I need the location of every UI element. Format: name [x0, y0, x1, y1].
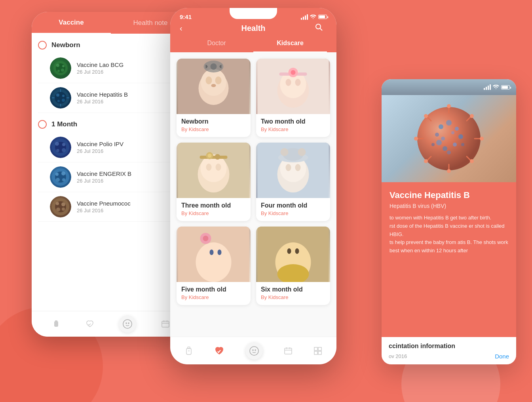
tab-doctor[interactable]: Doctor	[180, 36, 253, 52]
vaccine-hep-info: Vaccine Hepatitis B 26 Jul 2016	[77, 91, 128, 105]
svg-point-3	[62, 65, 65, 67]
svg-point-44	[316, 24, 321, 29]
svg-point-8	[56, 93, 59, 97]
center-title: Health	[192, 24, 315, 33]
done-button[interactable]: Done	[495, 353, 509, 360]
back-button[interactable]: ‹	[180, 24, 192, 33]
center-body: Newborn By Kidscare	[170, 52, 336, 339]
phone-notch	[230, 8, 277, 19]
baby-card-6month-by: By Kidscare	[261, 294, 325, 300]
svg-point-4	[57, 70, 60, 72]
baby-card-4month[interactable]: Four month old By Kidscare	[256, 143, 330, 221]
vaccine-pneumo-name: Vaccine Pneumococ	[77, 200, 131, 207]
svg-point-110	[436, 140, 442, 145]
vaccine-hep-date: 26 Jul 2016	[77, 99, 128, 105]
svg-point-81	[196, 242, 232, 282]
center-footer-bottle[interactable]	[184, 347, 193, 355]
svg-point-49	[206, 76, 212, 84]
svg-point-39	[128, 323, 129, 324]
baby-card-5month[interactable]: Five month old By Kidscare	[177, 227, 251, 305]
baby-card-6month[interactable]: Six month old By Kidscare	[256, 227, 330, 305]
vaccine-item-bcg[interactable]: Vaccine Lao BCG 26 Jul 2016	[38, 53, 184, 83]
svg-point-33	[62, 208, 65, 211]
vaccine-item-pneumo[interactable]: Vaccine Pneumococ 26 Jul 2016	[38, 192, 184, 222]
footer-icon-heart[interactable]	[86, 320, 94, 328]
svg-point-95	[255, 350, 256, 351]
svg-point-20	[56, 149, 59, 152]
svg-rect-100	[314, 347, 317, 351]
baby-card-3month-info: Three month old By Kidscare	[177, 198, 251, 221]
svg-point-111	[453, 143, 457, 147]
baby-card-3month[interactable]: Three month old By Kidscare	[177, 143, 251, 221]
svg-point-53	[211, 63, 217, 70]
right-status-bar	[382, 79, 516, 95]
svg-rect-36	[55, 323, 57, 324]
phone-center: 9:41 ‹ Health	[170, 8, 336, 364]
svg-point-107	[455, 127, 459, 131]
svg-rect-102	[314, 351, 317, 354]
svg-point-85	[203, 236, 209, 241]
left-phone-body: Newborn Va	[32, 34, 190, 222]
baby-card-2month-info: Two month old By Kidscare	[256, 114, 330, 137]
signal-bars	[301, 14, 308, 20]
svg-point-18	[55, 142, 59, 146]
svg-point-48	[201, 69, 226, 96]
svg-point-105	[439, 124, 443, 129]
baby-card-newborn[interactable]: Newborn By Kidscare	[177, 59, 251, 137]
baby-card-5month-by: By Kidscare	[181, 294, 246, 300]
center-footer-calendar[interactable]	[284, 347, 293, 355]
svg-point-21	[62, 148, 66, 152]
svg-point-51	[211, 84, 216, 87]
baby-card-6month-img	[256, 227, 330, 282]
right-vaccine-title: Vaccine Hepatitis B	[390, 190, 508, 200]
center-footer-grid[interactable]	[314, 347, 322, 355]
tab-vaccine[interactable]: Vaccine	[32, 12, 111, 34]
svg-point-31	[61, 202, 65, 206]
svg-point-125	[414, 137, 418, 141]
footer-icon-calendar[interactable]	[161, 320, 170, 328]
right-vaccine-subtitle: Hepatitis B virus (HBV)	[390, 203, 508, 209]
svg-point-83	[218, 250, 222, 255]
section-1month-title: 1 Month	[51, 120, 77, 128]
vaccine-item-engerix[interactable]: Vaccine ENGERIX B 26 Jul 2016	[38, 162, 184, 192]
section-1month-circle	[38, 120, 47, 129]
vaccine-item-hep[interactable]: Vaccine Hepatitis B 26 Jul 2016	[38, 83, 184, 113]
right-vaccine-desc: to women with Hepatitis B get two after …	[390, 214, 508, 255]
section-newborn: Newborn	[38, 34, 184, 53]
baby-card-6month-info: Six month old By Kidscare	[256, 282, 330, 305]
center-header: ‹ Health	[170, 20, 336, 33]
center-footer-baby[interactable]	[245, 342, 263, 360]
svg-point-24	[55, 173, 59, 176]
right-battery	[501, 85, 510, 90]
svg-point-30	[56, 202, 59, 205]
right-wifi-icon	[493, 85, 499, 90]
vaccine-img-bcg	[50, 57, 71, 79]
svg-rect-96	[285, 348, 292, 354]
vaccine-img-polio	[50, 137, 71, 158]
right-bottom-date: ov 2016	[389, 353, 407, 359]
svg-point-61	[295, 79, 301, 86]
svg-point-121	[470, 114, 474, 118]
center-footer-heart[interactable]	[214, 346, 224, 356]
footer-icon-bottle[interactable]	[52, 320, 61, 328]
svg-point-129	[424, 159, 428, 163]
svg-rect-103	[318, 351, 321, 354]
svg-point-115	[431, 143, 435, 146]
baby-card-2month[interactable]: Two month old By Kidscare	[256, 59, 330, 137]
right-bottom-section: ccintation information ov 2016 Done	[382, 337, 516, 364]
svg-point-108	[435, 133, 439, 137]
svg-point-69	[206, 164, 212, 171]
svg-point-26	[56, 178, 60, 182]
svg-point-27	[62, 178, 65, 181]
search-button[interactable]	[315, 23, 327, 33]
vaccine-item-polio[interactable]: Vaccine Polio IPV 26 Jul 2016	[38, 133, 184, 162]
svg-point-106	[446, 120, 452, 126]
phone-left: Vaccine Health note Newborn	[32, 12, 190, 337]
right-image-area	[382, 95, 516, 182]
virus-polio-img	[50, 137, 71, 158]
baby-card-5month-name: Five month old	[181, 286, 246, 293]
footer-icon-baby[interactable]	[119, 315, 136, 333]
svg-rect-65	[200, 156, 228, 159]
tab-kidscare[interactable]: Kidscare	[253, 36, 327, 52]
svg-point-89	[295, 248, 299, 254]
